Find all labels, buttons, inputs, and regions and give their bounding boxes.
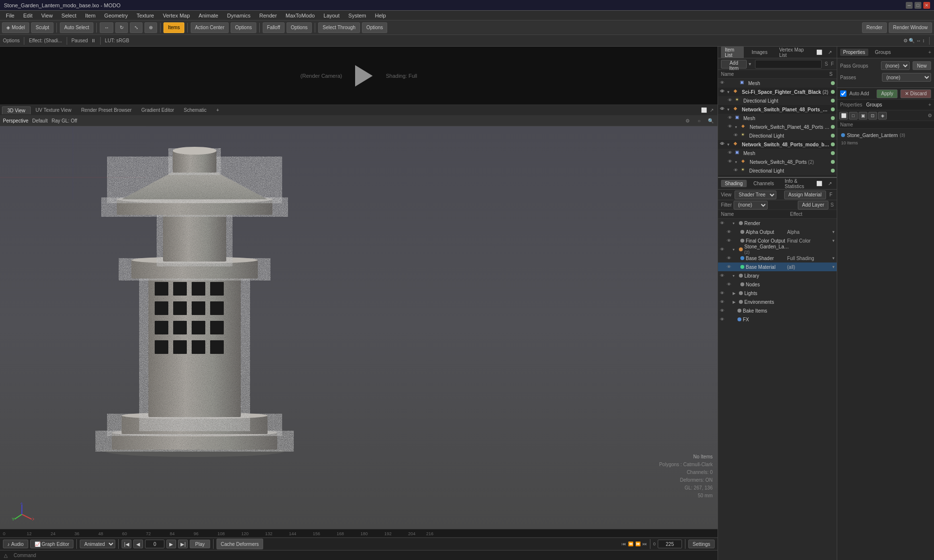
tool-scale[interactable]: ⤡ [130,22,143,33]
playback-icon-4[interactable]: ⏭ [643,542,647,546]
eye-icon[interactable]: 👁 [728,124,734,130]
expand-arrow-icon[interactable]: ▾ [727,107,732,112]
play-preview-button[interactable] [352,64,376,88]
list-item[interactable]: 👁 Alpha Output Alpha ▾ [718,228,837,236]
auto-add-checkbox[interactable] [840,90,846,97]
list-item[interactable]: Stone_Garden_Lantern (3) [839,131,932,140]
tab-item-list[interactable]: Item List [721,46,744,59]
item-list-content[interactable]: 👁 ▣ Mesh 👁 ▾ ◆ Sci-Fi_Space_Fighter_Craf… [718,79,837,177]
menu-item[interactable]: Item [81,12,99,19]
settings-button[interactable]: Settings [688,540,715,548]
menu-vertex-map[interactable]: Vertex Map [159,12,194,19]
prev-keyframe-button[interactable]: |◀ [122,540,131,548]
command-input[interactable] [14,553,714,558]
list-item[interactable]: 👁 ▾ ◆ Network_Switch_48_Ports (2) [726,158,837,166]
list-item[interactable]: 👁 Bake Items [718,306,837,315]
list-item[interactable]: 👁 ▾ ◆ Sci-Fi_Space_Fighter_Craft_Black (… [718,88,837,96]
add-item-button[interactable]: Add Item [721,60,747,69]
eye-icon[interactable]: 👁 [727,264,733,269]
menu-view[interactable]: View [37,12,57,19]
menu-select[interactable]: Select [57,12,80,19]
assign-material-button[interactable]: Assign Material [784,191,826,199]
tab-info-stats[interactable]: Info & Statistics [781,177,811,190]
list-item[interactable]: 👁 ▣ Mesh [726,149,837,158]
eye-icon[interactable]: 👁 [720,317,726,322]
items-button[interactable]: Items [163,22,184,33]
eye-icon[interactable]: 👁 [720,308,726,313]
model-button[interactable]: ◈ Model [2,22,29,33]
list-item[interactable]: 👁 ▾ Stone_Garden_Lantern (2) [718,245,837,254]
eye-icon[interactable]: 👁 [720,141,726,147]
expand-arrow-icon[interactable]: ▾ [735,125,740,129]
list-item[interactable]: 👁 ▾ ◆ Stone_Garden_Lantern_modo_bas... [718,175,837,177]
menu-render[interactable]: Render [255,12,281,19]
group-btn-4[interactable]: ⊡ [868,112,877,120]
list-item[interactable]: 👁 ▣ Mesh [718,79,837,88]
action-center-button[interactable]: Action Center [191,22,229,33]
timeline-end-input[interactable] [658,540,682,548]
tab-images[interactable]: Images [748,49,772,56]
list-item[interactable]: 👁 FX [718,315,837,324]
list-item[interactable]: 👁 ▶ Environments [718,298,837,306]
eye-icon[interactable]: 👁 [728,98,734,104]
assign-material-f-label[interactable]: F [828,192,834,197]
visibility-dot[interactable] [831,107,835,111]
tab-groups[interactable]: Groups [872,49,894,56]
eye-icon[interactable]: 👁 [734,133,739,139]
playback-icon-3[interactable]: ⏩ [635,542,641,546]
eye-icon[interactable]: 👁 [728,115,734,121]
panel-expand-icon[interactable]: ⬜ [814,49,824,55]
add-layer-s-label[interactable]: S [830,202,834,208]
group-btn-3[interactable]: ▣ [859,112,867,120]
list-item[interactable]: 👁 ▾ ◆ Network_Switch_Planet_48_Ports_mod… [718,105,837,114]
select-through-button[interactable]: Select Through [318,22,360,33]
tool-rotate[interactable]: ↻ [115,22,128,33]
eye-icon[interactable]: 👁 [727,238,733,243]
tab-uv-texture[interactable]: UV Texture View [31,106,76,114]
sculpt-button[interactable]: Sculpt [31,22,54,33]
eye-icon[interactable]: 👁 [720,176,726,177]
eye-icon[interactable]: 👁 [720,106,726,112]
list-item[interactable]: 👁 ☀ Directional Light [732,131,837,140]
visibility-dot[interactable] [831,90,835,94]
tab-add[interactable]: + [212,106,224,114]
list-item[interactable]: 👁 ☀ Directional Light [726,96,837,105]
eye-icon[interactable]: 👁 [720,273,726,278]
list-item[interactable]: 👁 ▾ Render [718,219,837,228]
render-button[interactable]: Render [862,22,887,33]
filter-select[interactable]: (none) [734,201,768,210]
pause-icon[interactable]: ⏸ [91,38,96,43]
tab-schematic[interactable]: Schematic [179,106,212,114]
properties-tab[interactable]: Properties [840,102,862,107]
visibility-dot[interactable] [831,169,835,173]
expand-arrow-icon[interactable]: ▶ [733,300,737,304]
add-layer-button[interactable]: Add Layer [798,201,829,210]
3d-viewport[interactable]: No Items Polygons : Catmull-Clark Channe… [0,126,718,529]
frame-input[interactable] [145,540,164,548]
playback-icon-1[interactable]: ⏮ [622,542,626,546]
play-forward-button[interactable]: ▶ [166,540,176,548]
falloff-button[interactable]: Falloff [263,22,285,33]
list-item[interactable]: 👁 ▣ Mesh [726,114,837,122]
menu-layout[interactable]: Layout [320,12,343,19]
visibility-dot[interactable] [831,151,835,155]
menu-help[interactable]: Help [371,12,390,19]
shading-float-icon[interactable]: ↗ [826,180,834,187]
expand-arrow-icon[interactable]: ▾ [733,247,737,252]
menu-edit[interactable]: Edit [19,12,36,19]
group-btn-5[interactable]: ◈ [878,112,887,120]
visibility-dot[interactable] [831,142,835,146]
group-btn-2[interactable]: □ [849,112,858,120]
visibility-dot[interactable] [831,160,835,164]
eye-icon[interactable]: 👁 [720,299,726,304]
new-pass-group-button[interactable]: New [913,61,931,70]
expand-arrow-icon[interactable]: ▾ [733,221,737,226]
next-frame-button[interactable]: ▶| [178,540,188,548]
shader-tree-select[interactable]: Shader Tree [735,191,776,199]
panel-float-icon[interactable]: ↗ [826,49,834,55]
expand-arrow-icon[interactable]: ▾ [727,90,732,94]
expand-arrow-icon[interactable]: ▶ [733,291,737,296]
ray-gl-label[interactable]: Ray GL: Off [52,118,77,123]
tab-properties[interactable]: Properties [840,49,868,56]
eye-icon[interactable]: 👁 [720,80,726,86]
